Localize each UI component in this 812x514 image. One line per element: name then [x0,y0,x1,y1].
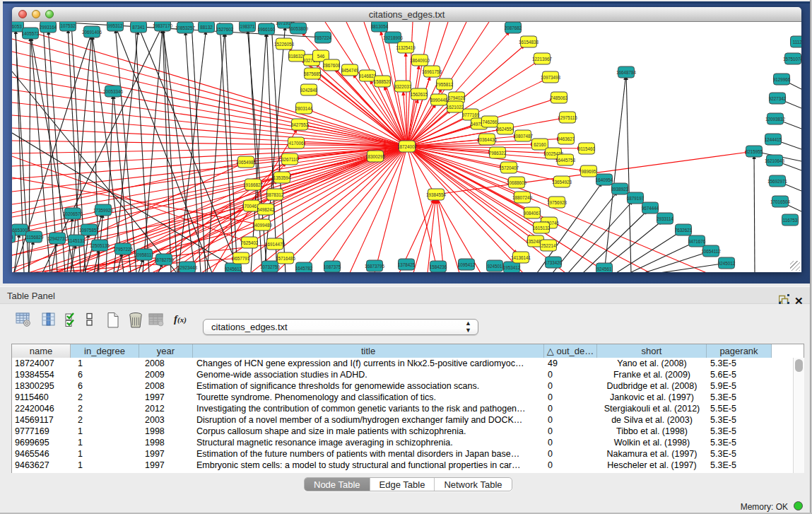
svg-text:1527602: 1527602 [216,27,234,32]
svg-text:6794028: 6794028 [448,95,466,100]
svg-text:7955812: 7955812 [436,82,454,87]
svg-text:1087375: 1087375 [324,264,341,269]
svg-text:16445758: 16445758 [555,158,576,163]
svg-text:15716485: 15716485 [276,256,296,261]
svg-text:16914479: 16914479 [265,242,286,247]
svg-text:9242848: 9242848 [300,88,318,93]
svg-text:7485063: 7485063 [551,95,568,100]
svg-text:15226058: 15226058 [274,42,295,47]
svg-text:9129966: 9129966 [773,77,791,82]
svg-text:107532: 107532 [60,23,76,28]
svg-text:1621022: 1621022 [447,105,464,110]
svg-text:16961758: 16961758 [422,69,442,74]
svg-text:1378425: 1378425 [398,262,416,267]
svg-text:7857224: 7857224 [314,35,332,40]
svg-text:15751074: 15751074 [783,57,801,62]
svg-text:12923448: 12923448 [177,265,198,270]
svg-text:16210643: 16210643 [765,158,785,163]
svg-text:924561: 924561 [596,267,612,271]
svg-text:18300295: 18300295 [365,154,386,159]
svg-text:19218906: 19218906 [383,35,404,40]
svg-text:1145131: 1145131 [68,238,86,243]
svg-text:2803144: 2803144 [295,106,313,111]
svg-text:10654985: 10654985 [236,160,257,165]
svg-text:6879197: 6879197 [627,196,645,201]
svg-text:9227342: 9227342 [769,96,787,101]
svg-text:9463627: 9463627 [558,136,575,141]
svg-text:8938923: 8938923 [611,187,629,192]
svg-text:16648784: 16648784 [616,70,637,75]
svg-text:546: 546 [317,54,325,59]
svg-text:5498242: 5498242 [257,207,275,212]
svg-text:19384554: 19384554 [426,192,447,197]
svg-text:3267110: 3267110 [281,157,299,162]
svg-text:7625402: 7625402 [241,240,259,245]
svg-text:88132: 88132 [200,25,213,30]
svg-text:8322037: 8322037 [394,84,412,89]
svg-text:1953412: 1953412 [503,265,521,270]
svg-text:17359928: 17359928 [93,208,114,213]
svg-text:1640954: 1640954 [596,177,613,182]
svg-text:7632621: 7632621 [675,228,693,233]
svg-text:87341: 87341 [132,25,145,30]
svg-text:9674444: 9674444 [642,206,659,211]
svg-text:18724007: 18724007 [397,144,418,149]
svg-text:9245612: 9245612 [225,267,242,271]
svg-text:13654923: 13654923 [552,180,572,185]
svg-text:924501: 924501 [487,264,502,269]
svg-text:8427552: 8427552 [291,122,309,127]
svg-text:10973493: 10973493 [541,75,561,80]
svg-text:1562615: 1562615 [411,92,428,97]
svg-text:8454749: 8454749 [341,68,359,73]
svg-text:10654112: 10654112 [701,249,721,254]
svg-text:5875685: 5875685 [304,71,322,76]
svg-text:9115460: 9115460 [578,146,596,151]
svg-text:14136141: 14136141 [511,255,531,260]
svg-text:8990448: 8990448 [430,98,448,103]
svg-text:19837170: 19837170 [153,23,173,28]
svg-text:417006: 417006 [288,141,304,146]
svg-text:7986322: 7986322 [489,151,507,156]
svg-text:12975115: 12975115 [558,115,577,120]
svg-text:11156829: 11156829 [24,235,44,240]
svg-text:10958117: 10958117 [134,252,154,257]
svg-text:12093832: 12093832 [765,117,786,122]
svg-text:20053346: 20053346 [103,89,124,94]
svg-text:19166827: 19166827 [243,182,264,187]
svg-text:9084067: 9084067 [524,211,541,216]
svg-text:10853257: 10853257 [175,25,196,30]
svg-text:11325419: 11325419 [396,45,416,50]
svg-text:15720407: 15720407 [499,165,519,170]
svg-text:252214: 252214 [541,243,556,248]
svg-text:16154838: 16154838 [519,40,539,45]
svg-text:12213967: 12213967 [532,57,553,62]
svg-text:1353594: 1353594 [273,175,291,180]
svg-text:746266: 746266 [482,119,498,124]
svg-text:1733426: 1733426 [545,260,563,265]
svg-text:34099489: 34099489 [252,223,273,228]
svg-text:1588520: 1588520 [374,79,392,84]
svg-text:116753: 116753 [783,218,798,223]
svg-text:10688609: 10688609 [507,180,527,185]
svg-text:1405572: 1405572 [22,31,40,36]
svg-text:12942737: 12942737 [47,236,68,241]
svg-text:19756928: 19756928 [547,200,567,205]
svg-text:18807249: 18807249 [512,195,533,200]
svg-text:12505135: 12505135 [90,243,110,248]
svg-text:9146821: 9146821 [359,74,377,78]
svg-text:989695: 989695 [581,169,596,174]
svg-text:20206576: 20206576 [63,211,83,216]
svg-text:1584236: 1584236 [430,264,447,269]
svg-text:8215955: 8215955 [746,149,763,154]
svg-text:10732759: 10732759 [260,264,281,269]
svg-text:8471676: 8471676 [688,239,706,244]
svg-text:15692971: 15692971 [767,179,788,184]
svg-text:16053809: 16053809 [288,26,309,31]
svg-text:1615132: 1615132 [533,226,551,230]
svg-text:9777169: 9777169 [462,112,480,117]
svg-text:3624554: 3624554 [497,127,514,132]
svg-text:20691406: 20691406 [82,30,102,35]
svg-text:3878312: 3878312 [266,192,284,197]
svg-text:8813054: 8813054 [371,24,389,29]
svg-text:16782759: 16782759 [154,257,175,262]
